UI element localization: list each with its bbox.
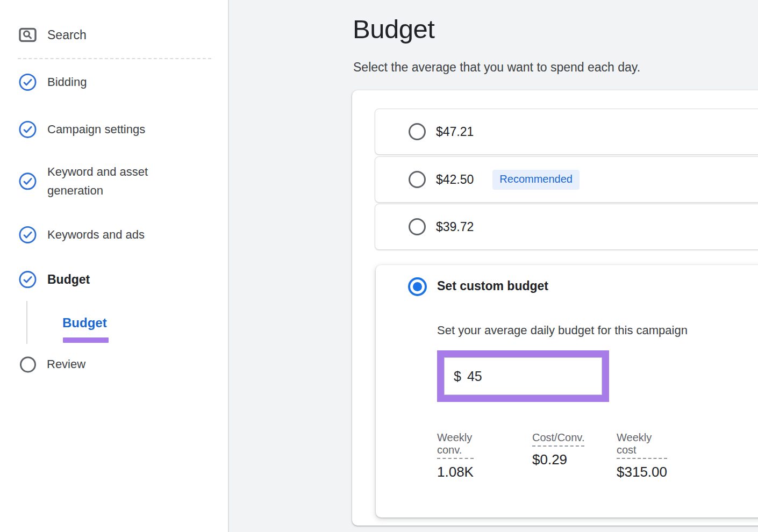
sidebar-item-keyword-asset-generation[interactable]: Keyword and asset generation — [19, 162, 168, 200]
sidebar-item-label: Search — [47, 28, 87, 42]
daily-budget-input-label: Set your average daily budget for this c… — [437, 323, 688, 337]
sidebar-item-label: Review — [47, 355, 85, 373]
sidebar-item-keywords-and-ads[interactable]: Keywords and ads — [19, 225, 145, 244]
sidebar-item-label: Keyword and asset generation — [47, 162, 168, 200]
sidebar-item-label: Budget — [47, 270, 90, 290]
sidebar-item-bidding[interactable]: Bidding — [19, 73, 87, 91]
page-subtitle: Select the average that you want to spen… — [353, 60, 640, 75]
sidebar-item-budget[interactable]: Budget — [19, 270, 90, 290]
stat-weekly-conversions: Weekly conv. 1.08K — [437, 432, 474, 480]
radio-selected-icon[interactable] — [408, 277, 427, 296]
campaign-steps-sidebar: Search Bidding Campaign settings Keyword… — [0, 0, 229, 532]
sidebar-item-review[interactable]: Review — [19, 355, 85, 373]
empty-circle-icon — [20, 356, 36, 372]
sidebar-item-label: Bidding — [47, 73, 87, 91]
substep-connector-line — [26, 301, 27, 344]
budget-option-row[interactable]: $42.50 Recommended — [375, 156, 758, 203]
search-icon — [19, 28, 37, 42]
check-circle-icon — [19, 74, 37, 91]
stat-value: $0.29 — [532, 451, 584, 468]
daily-budget-input[interactable]: $ 45 — [444, 357, 602, 395]
budget-option-row[interactable]: $47.21 — [375, 109, 758, 155]
custom-budget-label: Set custom budget — [437, 279, 548, 293]
budget-amount: $42.50 — [436, 172, 474, 187]
sidebar-divider — [18, 58, 211, 59]
sidebar-item-search[interactable]: Search — [19, 28, 87, 42]
radio-unselected-icon[interactable] — [409, 123, 426, 140]
check-circle-icon — [19, 226, 37, 244]
budget-option-row[interactable]: $39.72 — [375, 204, 758, 250]
currency-symbol: $ — [454, 369, 461, 384]
stat-label[interactable]: Weekly conv. — [437, 432, 474, 459]
stat-label[interactable]: Weekly cost — [617, 432, 667, 459]
stat-label[interactable]: Cost/Conv. — [532, 432, 584, 447]
radio-unselected-icon[interactable] — [409, 171, 426, 188]
sidebar-item-label: Campaign settings — [47, 120, 145, 139]
radio-unselected-icon[interactable] — [409, 218, 426, 235]
daily-budget-value: 45 — [467, 369, 482, 384]
stat-weekly-cost: Weekly cost $315.00 — [617, 432, 667, 480]
recommended-badge: Recommended — [492, 170, 580, 190]
sidebar-subitem-budget[interactable]: Budget — [62, 315, 107, 330]
stat-value: $315.00 — [617, 464, 667, 480]
budget-amount: $39.72 — [436, 220, 474, 234]
check-circle-icon — [19, 270, 37, 288]
sidebar-item-label: Keywords and ads — [47, 225, 145, 244]
custom-budget-card: Set custom budget Set your average daily… — [376, 265, 758, 517]
check-circle-icon — [19, 172, 37, 190]
sidebar-item-campaign-settings[interactable]: Campaign settings — [19, 120, 145, 139]
stat-cost-per-conversion: Cost/Conv. $0.29 — [532, 432, 584, 468]
highlight-annotation: $ 45 — [437, 350, 609, 402]
check-circle-icon — [19, 121, 37, 139]
budget-amount: $47.21 — [436, 125, 474, 139]
substep-highlight-bar — [63, 337, 109, 343]
page-title: Budget — [353, 14, 434, 44]
stat-value: 1.08K — [437, 464, 474, 480]
